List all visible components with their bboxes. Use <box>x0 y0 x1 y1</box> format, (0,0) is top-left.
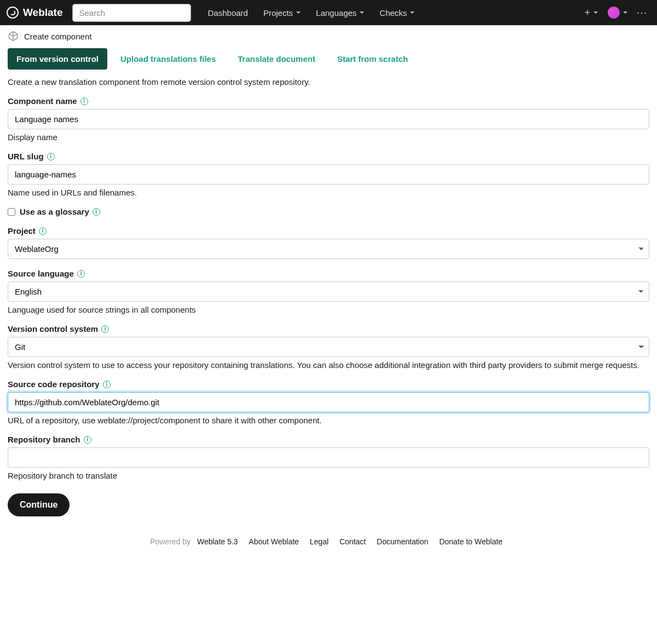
field-repo: Source code repository i URL of a reposi… <box>8 380 649 425</box>
input-repo[interactable] <box>8 392 649 412</box>
field-source-language: Source language i English Language used … <box>8 269 649 314</box>
help-branch: Repository branch to translate <box>8 471 649 480</box>
label-vcs: Version control system <box>8 324 98 334</box>
footer: Powered by Weblate 5.3 About Weblate Leg… <box>0 527 657 562</box>
footer-weblate-link[interactable]: Weblate 5.3 <box>197 537 238 546</box>
label-url-slug: URL slug <box>8 152 44 161</box>
breadcrumb: Create component <box>0 25 657 46</box>
breadcrumb-title: Create component <box>24 32 91 41</box>
help-icon[interactable]: i <box>101 325 109 333</box>
footer-donate-link[interactable]: Donate to Weblate <box>439 537 503 546</box>
help-source-language: Language used for source strings in all … <box>8 305 649 314</box>
input-component-name[interactable] <box>8 109 649 129</box>
intro-text: Create a new translation component from … <box>8 77 649 87</box>
tabs: From version control Upload translations… <box>0 46 657 77</box>
footer-docs-link[interactable]: Documentation <box>377 537 428 546</box>
field-url-slug: URL slug i Name used in URLs and filenam… <box>8 152 649 197</box>
input-branch[interactable] <box>8 447 649 468</box>
nav-checks[interactable]: Checks <box>372 2 422 24</box>
component-icon <box>8 31 19 42</box>
navbar: Weblate Dashboard Projects Languages Che… <box>0 0 657 25</box>
field-vcs: Version control system i Git Version con… <box>8 324 649 370</box>
help-repo: URL of a repository, use weblate://proje… <box>8 416 649 425</box>
caret-down-icon <box>410 12 414 14</box>
select-project[interactable]: WeblateOrg <box>8 239 649 259</box>
help-icon[interactable]: i <box>103 381 111 388</box>
select-vcs[interactable]: Git <box>8 337 649 357</box>
footer-legal-link[interactable]: Legal <box>310 537 328 546</box>
brand-text: Weblate <box>23 7 63 19</box>
caret-down-icon <box>623 12 627 14</box>
select-source-language[interactable]: English <box>8 281 649 302</box>
footer-contact-link[interactable]: Contact <box>339 537 366 546</box>
form-content: Create a new translation component from … <box>0 77 657 527</box>
help-icon[interactable]: i <box>47 153 55 160</box>
footer-powered-by: Powered by <box>150 537 193 546</box>
help-icon[interactable]: i <box>39 227 47 235</box>
help-icon[interactable]: i <box>80 97 88 105</box>
label-project: Project <box>8 226 36 235</box>
tab-from-vcs[interactable]: From version control <box>8 48 107 70</box>
nav-projects[interactable]: Projects <box>256 2 308 24</box>
field-component-name: Component name i Display name <box>8 96 649 142</box>
more-menu[interactable]: ⋯ <box>634 4 650 21</box>
brand[interactable]: Weblate <box>7 7 63 19</box>
field-glossary: Use as a glossary i <box>8 207 649 216</box>
caret-down-icon <box>593 12 598 14</box>
help-component-name: Display name <box>8 133 649 142</box>
tab-upload[interactable]: Upload translations files <box>112 48 224 70</box>
dots-icon: ⋯ <box>636 7 648 19</box>
field-branch: Repository branch i Repository branch to… <box>8 435 649 480</box>
label-component-name: Component name <box>8 96 77 106</box>
plus-icon: + <box>584 8 590 18</box>
search-input[interactable] <box>73 4 191 21</box>
nav-dashboard[interactable]: Dashboard <box>200 2 256 24</box>
tab-scratch[interactable]: Start from scratch <box>328 48 417 70</box>
help-vcs: Version control system to use to access … <box>8 360 649 370</box>
field-project: Project i WeblateOrg <box>8 226 649 259</box>
continue-button[interactable]: Continue <box>8 493 70 516</box>
avatar <box>608 7 620 19</box>
caret-down-icon <box>360 12 364 14</box>
nav-languages[interactable]: Languages <box>308 2 372 24</box>
help-icon[interactable]: i <box>77 270 85 278</box>
label-source-language: Source language <box>8 269 74 278</box>
help-icon[interactable]: i <box>84 436 91 444</box>
input-url-slug[interactable] <box>8 164 649 185</box>
nav-links: Dashboard Projects Languages Checks <box>200 2 581 24</box>
footer-about-link[interactable]: About Weblate <box>249 537 299 546</box>
checkbox-glossary[interactable] <box>8 208 15 216</box>
help-icon[interactable]: i <box>93 208 100 216</box>
user-menu[interactable] <box>608 7 627 19</box>
label-glossary: Use as a glossary <box>20 207 89 216</box>
nav-right: + ⋯ <box>581 4 650 21</box>
caret-down-icon <box>296 12 301 14</box>
label-branch: Repository branch <box>8 435 80 444</box>
tab-translate-doc[interactable]: Translate document <box>229 48 324 70</box>
add-button[interactable]: + <box>581 4 601 21</box>
help-url-slug: Name used in URLs and filenames. <box>8 188 649 197</box>
weblate-logo-icon <box>7 7 19 19</box>
label-repo: Source code repository <box>8 380 100 389</box>
